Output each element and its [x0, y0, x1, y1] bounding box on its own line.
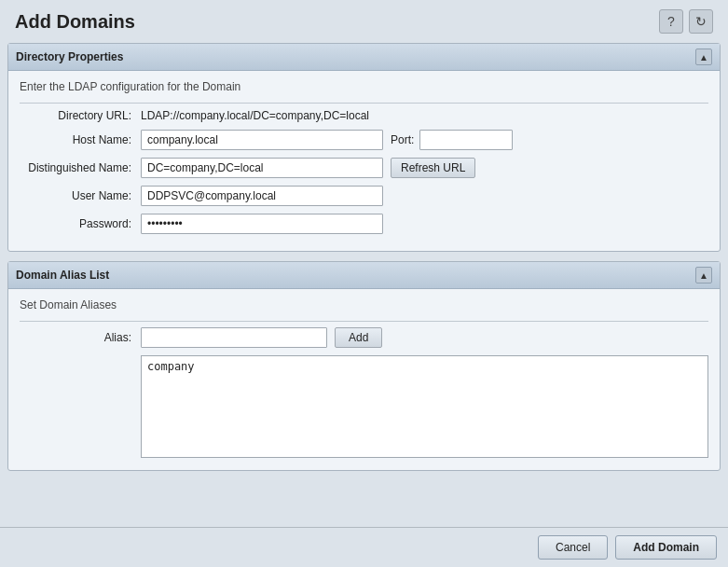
directory-url-label: Directory URL: — [20, 109, 141, 122]
alias-list-container: company — [141, 352, 708, 461]
alias-panel-title: Domain Alias List — [16, 269, 109, 282]
refresh-url-button[interactable]: Refresh URL — [391, 158, 475, 178]
host-name-row: Host Name: Port: — [20, 130, 708, 150]
directory-panel-description: Enter the LDAP configuration for the Dom… — [20, 80, 708, 93]
content-wrapper: Directory Properties ▲ Enter the LDAP co… — [0, 39, 728, 527]
divider-2 — [20, 321, 708, 322]
scrollable-content: Directory Properties ▲ Enter the LDAP co… — [0, 39, 728, 527]
domain-alias-panel: Domain Alias List ▲ Set Domain Aliases A… — [7, 261, 721, 471]
user-name-input[interactable] — [141, 186, 383, 206]
distinguished-name-input[interactable] — [141, 158, 383, 178]
distinguished-name-row: Distinguished Name: Refresh URL — [20, 158, 708, 178]
user-name-row: User Name: — [20, 186, 708, 206]
port-label: Port: — [391, 133, 414, 146]
header-icons: ? ↻ — [659, 9, 713, 34]
header: Add Domains ? ↻ — [0, 0, 728, 39]
alias-label: Alias: — [20, 331, 141, 344]
port-input[interactable] — [419, 130, 513, 150]
alias-panel-description: Set Domain Aliases — [20, 298, 708, 311]
page-title: Add Domains — [15, 11, 135, 33]
password-input[interactable] — [141, 214, 383, 234]
directory-panel-header: Directory Properties ▲ — [8, 44, 720, 71]
dn-row-right: Refresh URL — [141, 158, 708, 178]
alias-panel-collapse-btn[interactable]: ▲ — [695, 267, 712, 284]
footer: Cancel Add Domain — [0, 527, 728, 567]
host-port-area: Port: — [141, 130, 708, 150]
divider-1 — [20, 103, 708, 104]
add-domain-button[interactable]: Add Domain — [615, 535, 717, 560]
alias-list-textarea[interactable]: company — [141, 355, 708, 458]
port-row: Port: — [391, 130, 513, 150]
alias-input-row: Alias: Add — [20, 327, 708, 348]
directory-properties-panel: Directory Properties ▲ Enter the LDAP co… — [7, 43, 721, 252]
directory-url-value: LDAP://company.local/DC=company,DC=local — [141, 109, 369, 122]
alias-panel-header: Domain Alias List ▲ — [8, 262, 720, 289]
alias-input[interactable] — [141, 327, 327, 348]
password-label: Password: — [20, 217, 141, 230]
cancel-button[interactable]: Cancel — [538, 535, 608, 560]
distinguished-name-label: Distinguished Name: — [20, 161, 141, 174]
directory-panel-body: Enter the LDAP configuration for the Dom… — [8, 71, 720, 251]
add-alias-button[interactable]: Add — [335, 327, 382, 348]
directory-url-row: Directory URL: LDAP://company.local/DC=c… — [20, 109, 708, 122]
help-icon[interactable]: ? — [659, 9, 683, 34]
directory-panel-collapse-btn[interactable]: ▲ — [695, 48, 712, 65]
password-row: Password: — [20, 214, 708, 234]
host-name-input[interactable] — [141, 130, 383, 150]
host-name-label: Host Name: — [20, 133, 141, 146]
refresh-icon[interactable]: ↻ — [689, 9, 713, 34]
user-name-label: User Name: — [20, 189, 141, 202]
directory-panel-title: Directory Properties — [16, 50, 123, 63]
alias-panel-body: Set Domain Aliases Alias: Add company — [8, 289, 720, 470]
